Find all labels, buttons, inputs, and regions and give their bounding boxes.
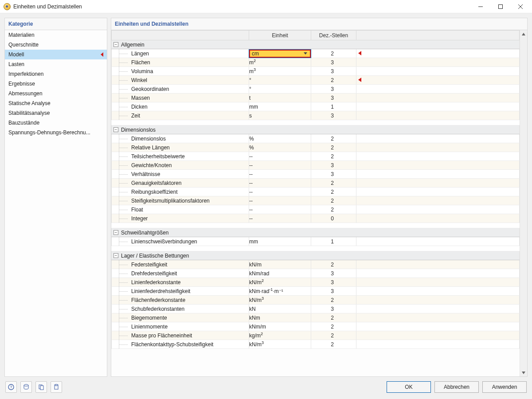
table-row[interactable]: Zeits3 <box>112 111 520 120</box>
row-dec-cell[interactable]: 1 <box>311 237 356 246</box>
row-unit-cell[interactable]: kN/m3 <box>249 296 311 305</box>
table-row[interactable]: Integer--0 <box>112 214 520 223</box>
row-unit-cell[interactable]: t <box>249 94 311 102</box>
row-unit-cell[interactable]: cm <box>249 49 311 58</box>
close-button[interactable] <box>510 0 530 13</box>
row-unit-cell[interactable]: mm <box>249 102 311 111</box>
table-row[interactable]: LinienfederdrehsteifigkeitkNm·rad-1·m⁻¹3 <box>112 287 520 296</box>
scroll-up-icon[interactable] <box>520 30 527 38</box>
row-unit-cell[interactable]: -- <box>249 179 311 188</box>
row-dec-cell[interactable]: 2 <box>311 331 356 340</box>
row-unit-cell[interactable]: -- <box>249 196 311 205</box>
row-dec-cell[interactable]: 2 <box>311 205 356 214</box>
table-row[interactable]: FlächenfederkonstantekN/m32 <box>112 296 520 305</box>
row-dec-cell[interactable]: 3 <box>311 278 356 287</box>
row-dec-cell[interactable]: 2 <box>311 152 356 161</box>
row-dec-cell[interactable]: 3 <box>311 111 356 120</box>
sidebar-item[interactable]: Materialien <box>5 30 107 40</box>
table-row[interactable]: Gewichte/Knoten--3 <box>112 161 520 170</box>
row-unit-cell[interactable]: kNm <box>249 313 311 322</box>
table-row[interactable]: Längencm2 <box>112 49 520 58</box>
row-dec-cell[interactable]: 2 <box>311 134 356 143</box>
table-row[interactable]: Flächenm23 <box>112 58 520 67</box>
col-extra[interactable] <box>356 31 520 40</box>
row-dec-cell[interactable]: 2 <box>311 76 356 85</box>
row-dec-cell[interactable]: 2 <box>311 260 356 269</box>
row-unit-cell[interactable]: -- <box>249 161 311 170</box>
row-unit-cell[interactable]: -- <box>249 214 311 223</box>
row-dec-cell[interactable]: 2 <box>311 196 356 205</box>
row-dec-cell[interactable]: 3 <box>311 85 356 94</box>
row-unit-cell[interactable]: kN/m3 <box>249 340 311 349</box>
row-unit-cell[interactable]: ° <box>249 76 311 85</box>
table-row[interactable]: Reibungskoeffizient--2 <box>112 188 520 196</box>
paste-button[interactable] <box>51 381 62 393</box>
row-dec-cell[interactable]: 3 <box>311 269 356 278</box>
group-row[interactable]: −Lager / Elastische Bettungen <box>112 251 520 260</box>
table-row[interactable]: SchubfederkonstantenkN3 <box>112 305 520 313</box>
table-row[interactable]: Massent3 <box>112 94 520 102</box>
table-row[interactable]: Dimensionslos%2 <box>112 134 520 143</box>
row-dec-cell[interactable]: 3 <box>311 58 356 67</box>
ok-button[interactable]: OK <box>387 381 431 393</box>
table-row[interactable]: Flächenkontakttyp-SchubsteifigkeitkN/m32 <box>112 340 520 349</box>
sidebar-item[interactable]: Lasten <box>5 59 107 69</box>
row-dec-cell[interactable]: 3 <box>311 287 356 296</box>
row-unit-cell[interactable]: s <box>249 111 311 120</box>
row-dec-cell[interactable]: 2 <box>311 296 356 305</box>
row-unit-cell[interactable]: kNm/rad <box>249 269 311 278</box>
table-row[interactable]: Dickenmm1 <box>112 102 520 111</box>
row-unit-cell[interactable]: kg/m2 <box>249 331 311 340</box>
row-dec-cell[interactable]: 3 <box>311 94 356 102</box>
row-unit-cell[interactable]: % <box>249 134 311 143</box>
row-unit-cell[interactable]: kNm/m <box>249 322 311 331</box>
help-button[interactable]: ? <box>5 381 17 393</box>
group-row[interactable]: −Allgemein <box>112 40 520 49</box>
table-row[interactable]: Float--2 <box>112 205 520 214</box>
table-row[interactable]: LinienfederkonstantekN/m23 <box>112 278 520 287</box>
cancel-button[interactable]: Abbrechen <box>434 381 479 393</box>
row-unit-cell[interactable]: -- <box>249 205 311 214</box>
row-unit-cell[interactable]: ° <box>249 85 311 94</box>
table-row[interactable]: LinienmomentekNm/m2 <box>112 322 520 331</box>
sidebar-item[interactable]: Bauzustände <box>5 118 107 128</box>
table-row[interactable]: Winkel°2 <box>112 76 520 85</box>
table-row[interactable]: Verhältnisse--3 <box>112 170 520 179</box>
apply-button[interactable]: Anwenden <box>482 381 527 393</box>
table-row[interactable]: FedersteifigkeitkN/m2 <box>112 260 520 269</box>
table-row[interactable]: Steifigkeitsmultiplikationsfaktoren--2 <box>112 196 520 205</box>
row-dec-cell[interactable]: 0 <box>311 214 356 223</box>
row-dec-cell[interactable]: 2 <box>311 143 356 152</box>
col-name[interactable] <box>112 31 249 40</box>
row-unit-cell[interactable]: m3 <box>249 67 311 76</box>
collapse-icon[interactable]: − <box>113 253 118 258</box>
row-unit-cell[interactable]: -- <box>249 152 311 161</box>
col-unit[interactable]: Einheit <box>249 31 311 40</box>
table-row[interactable]: Geokoordinaten°3 <box>112 85 520 94</box>
collapse-icon[interactable]: − <box>113 230 118 235</box>
vertical-scrollbar[interactable] <box>520 30 527 376</box>
scroll-down-icon[interactable] <box>520 369 527 376</box>
row-dec-cell[interactable]: 2 <box>311 49 356 58</box>
row-dec-cell[interactable]: 2 <box>311 179 356 188</box>
row-unit-cell[interactable]: m2 <box>249 58 311 67</box>
collapse-icon[interactable]: − <box>113 42 118 47</box>
row-unit-cell[interactable]: kN/m <box>249 260 311 269</box>
group-row[interactable]: −Dimensionslos <box>112 125 520 134</box>
row-unit-cell[interactable]: mm <box>249 237 311 246</box>
group-row[interactable]: −Schweißnahtgrößen <box>112 228 520 237</box>
row-dec-cell[interactable]: 2 <box>311 340 356 349</box>
row-unit-cell[interactable]: % <box>249 143 311 152</box>
table-row[interactable]: Masse pro Flächeneinheitkg/m22 <box>112 331 520 340</box>
chevron-down-icon[interactable] <box>302 51 308 57</box>
sidebar-item[interactable]: Ergebnisse <box>5 79 107 89</box>
default-button[interactable] <box>20 381 32 393</box>
unit-combo[interactable]: cm <box>249 50 311 58</box>
collapse-icon[interactable]: − <box>113 127 118 132</box>
table-row[interactable]: Linienschweißverbindungenmm1 <box>112 237 520 246</box>
sidebar-item[interactable]: Modell <box>5 50 107 59</box>
row-dec-cell[interactable]: 1 <box>311 102 356 111</box>
table-row[interactable]: Teilsicherheitsbeiwerte--2 <box>112 152 520 161</box>
table-row[interactable]: Genauigkeitsfaktoren--2 <box>112 179 520 188</box>
table-row[interactable]: BiegemomentekNm2 <box>112 313 520 322</box>
